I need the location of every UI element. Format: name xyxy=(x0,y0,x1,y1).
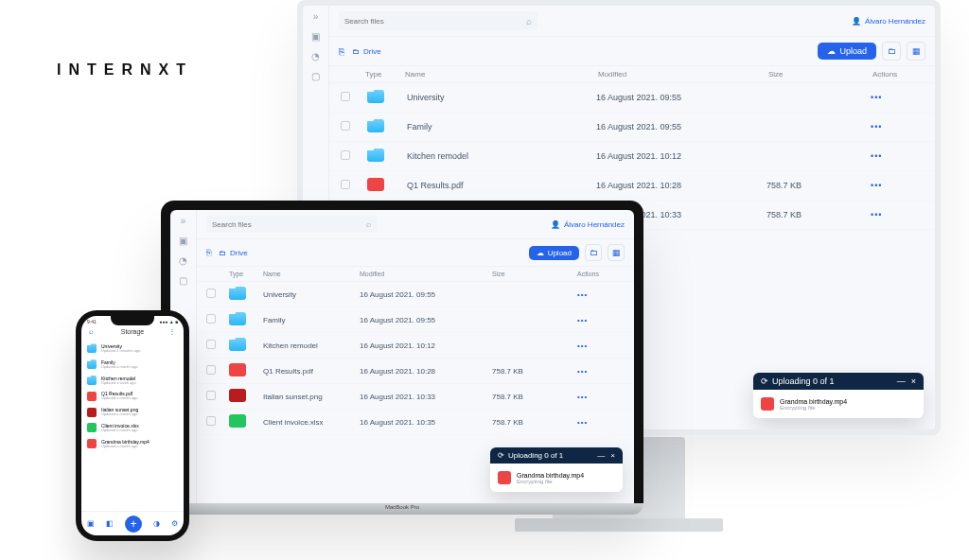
row-actions-button[interactable]: ••• xyxy=(577,341,625,350)
row-checkbox[interactable] xyxy=(341,121,350,131)
table-row[interactable]: Family 16 August 2021. 09:55 ••• xyxy=(329,113,935,142)
table-row[interactable]: Italian sunset.png 16 August 2021. 10:33… xyxy=(197,384,634,410)
row-actions-button[interactable]: ••• xyxy=(577,418,625,427)
breadcrumb[interactable]: 🗀 Drive xyxy=(352,47,381,56)
cloud-upload-icon: ☁ xyxy=(827,46,836,56)
collapse-icon[interactable]: » xyxy=(181,216,186,226)
row-actions-button[interactable]: ••• xyxy=(871,93,924,102)
upload-toast: ⟳ Uploading 0 of 1 — × Grandma birthday.… xyxy=(753,373,924,418)
minimize-icon[interactable]: — xyxy=(597,451,605,460)
table-row[interactable]: University 16 August 2021. 09:55 ••• xyxy=(197,282,634,307)
list-item[interactable]: Family Updated a month ago xyxy=(87,357,178,373)
row-checkbox[interactable] xyxy=(206,391,216,400)
item-subtitle: Updated a month ago xyxy=(101,396,137,401)
row-checkbox[interactable] xyxy=(206,314,216,324)
list-item[interactable]: Italian sunset.png Updated a month ago xyxy=(87,404,178,420)
file-size: 758.7 KB xyxy=(492,418,577,427)
table-row[interactable]: Q1 Results.pdf 16 August 2021. 10:28 758… xyxy=(329,171,935,201)
table-row[interactable]: Q1 Results.pdf 16 August 2021. 10:28 758… xyxy=(197,359,634,384)
more-icon[interactable]: ⋮ xyxy=(168,327,176,336)
row-actions-button[interactable]: ••• xyxy=(577,290,625,299)
view-grid-button[interactable]: ▦ xyxy=(907,42,925,61)
row-actions-button[interactable]: ••• xyxy=(871,151,924,161)
close-icon[interactable]: × xyxy=(610,451,615,460)
row-checkbox[interactable] xyxy=(341,150,350,160)
upload-button[interactable]: ☁ Upload xyxy=(818,43,876,60)
col-name: Name xyxy=(263,271,360,277)
col-size: Size xyxy=(492,271,577,277)
list-item[interactable]: Grandma birthday.mp4 Updated a month ago xyxy=(87,436,178,452)
table-row[interactable]: Client invoice.xlsx 16 August 2021. 10:3… xyxy=(197,410,634,435)
user-name: Álvaro Hernández xyxy=(564,220,625,229)
list-item[interactable]: Client invoice.xlsx Updated a month ago xyxy=(87,420,178,436)
list-item[interactable]: University Updated 4 minutes ago xyxy=(87,341,178,357)
search-icon[interactable]: ⌕ xyxy=(89,327,94,336)
fab-add-button[interactable]: + xyxy=(125,516,142,533)
minimize-icon[interactable]: — xyxy=(897,376,906,386)
table-row[interactable]: Kitchen remodel 16 August 2021. 10:12 ••… xyxy=(329,142,935,171)
file-modified: 16 August 2021. 10:33 xyxy=(360,393,492,401)
breadcrumb[interactable]: 🗀 Drive xyxy=(219,249,248,257)
col-type: Type xyxy=(229,271,263,277)
row-actions-button[interactable]: ••• xyxy=(871,122,924,131)
tab-recent-icon[interactable]: ◧ xyxy=(106,519,114,528)
file-type-icon xyxy=(87,376,97,385)
location-icon[interactable]: ⎘ xyxy=(206,248,211,257)
row-checkbox[interactable] xyxy=(206,340,216,349)
upload-file-name: Grandma birthday.mp4 xyxy=(517,472,584,479)
drive-icon: 🗀 xyxy=(219,249,226,257)
row-actions-button[interactable]: ••• xyxy=(577,367,625,376)
list-item[interactable]: Kitchen remodel Updated a week ago xyxy=(87,373,178,389)
nav-monitor-icon[interactable]: ▢ xyxy=(179,275,187,286)
table-row[interactable]: Family 16 August 2021. 09:55 ••• xyxy=(197,307,634,333)
search-field[interactable] xyxy=(212,220,361,229)
new-folder-button[interactable]: 🗀 xyxy=(585,244,602,261)
file-type-icon xyxy=(87,343,97,353)
tab-shared-icon[interactable]: ◑ xyxy=(153,519,160,528)
file-size: 758.7 KB xyxy=(766,210,871,219)
phone: 9:41 ●●● ▲ ■ ⌕ Storage ⋮ University Upda… xyxy=(76,310,189,541)
row-checkbox[interactable] xyxy=(206,289,216,298)
row-actions-button[interactable]: ••• xyxy=(577,316,625,324)
list-item[interactable]: Q1 Results.pdf Updated a month ago xyxy=(87,388,178,404)
row-checkbox[interactable] xyxy=(341,92,350,101)
row-checkbox[interactable] xyxy=(206,365,216,375)
location-icon[interactable]: ⎘ xyxy=(339,46,344,57)
new-folder-button[interactable]: 🗀 xyxy=(882,42,901,61)
search-input[interactable]: ⌕ xyxy=(206,216,377,233)
user-icon: 👤 xyxy=(852,17,861,26)
view-grid-button[interactable]: ▦ xyxy=(608,244,625,261)
user-menu[interactable]: 👤 Álvaro Hernández xyxy=(551,220,625,229)
table-row[interactable]: University 16 August 2021. 09:55 ••• xyxy=(329,83,935,113)
search-input[interactable]: ⌕ xyxy=(339,11,537,30)
nav-clock-icon[interactable]: ◔ xyxy=(179,255,187,266)
file-type-icon xyxy=(87,439,97,448)
collapse-icon[interactable]: » xyxy=(313,11,319,22)
file-name: University xyxy=(407,93,596,102)
tab-settings-icon[interactable]: ⚙ xyxy=(171,519,178,528)
file-name: University xyxy=(263,290,360,299)
user-menu[interactable]: 👤 Álvaro Hernández xyxy=(852,17,925,26)
table-row[interactable]: Kitchen remodel 16 August 2021. 10:12 ••… xyxy=(197,333,634,359)
row-actions-button[interactable]: ••• xyxy=(871,210,924,219)
row-actions-button[interactable]: ••• xyxy=(577,393,625,401)
upload-button[interactable]: ☁ Upload xyxy=(529,246,579,260)
close-icon[interactable]: × xyxy=(911,376,916,386)
tab-drive-icon[interactable]: ▣ xyxy=(87,519,95,528)
nav-clock-icon[interactable]: ◔ xyxy=(311,51,320,61)
row-actions-button[interactable]: ••• xyxy=(871,181,924,190)
file-type-icon xyxy=(87,392,97,401)
nav-drive-icon[interactable]: ▣ xyxy=(179,236,187,246)
row-checkbox[interactable] xyxy=(341,180,350,189)
file-size: 758.7 KB xyxy=(492,393,577,401)
file-modified: 16 August 2021. 10:35 xyxy=(360,418,492,427)
row-checkbox[interactable] xyxy=(206,416,216,426)
user-name: Álvaro Hernández xyxy=(865,17,925,26)
nav-monitor-icon[interactable]: ▢ xyxy=(311,71,320,81)
search-icon: ⌕ xyxy=(526,16,532,26)
search-field[interactable] xyxy=(344,17,520,26)
nav-drive-icon[interactable]: ▣ xyxy=(311,31,320,42)
file-type-icon xyxy=(367,119,384,132)
file-modified: 16 August 2021. 10:12 xyxy=(596,151,766,161)
upload-toast-title: Uploading 0 of 1 xyxy=(508,451,563,460)
